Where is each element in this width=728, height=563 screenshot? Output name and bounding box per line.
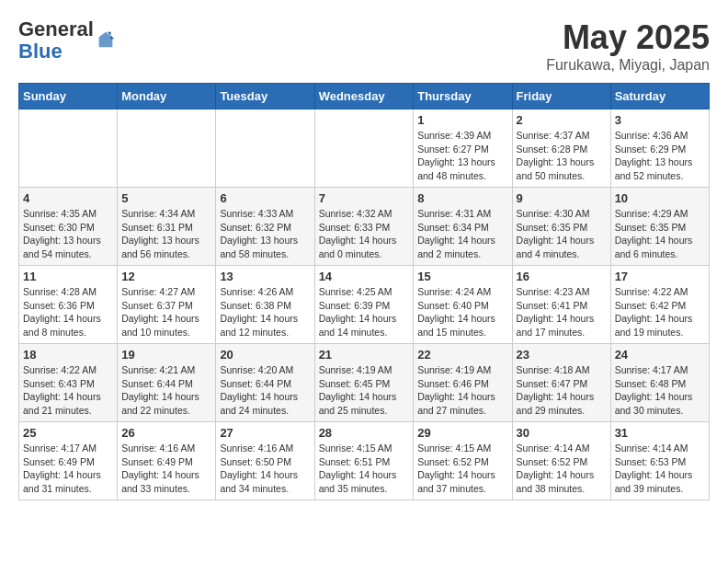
day-number: 28 <box>319 426 410 440</box>
location-subtitle: Furukawa, Miyagi, Japan <box>546 57 710 74</box>
day-info: Sunrise: 4:37 AM Sunset: 6:28 PM Dayligh… <box>517 129 607 183</box>
weekday-header-saturday: Saturday <box>610 84 709 109</box>
calendar-table: SundayMondayTuesdayWednesdayThursdayFrid… <box>18 83 710 500</box>
calendar-cell: 22Sunrise: 4:19 AM Sunset: 6:46 PM Dayli… <box>414 344 512 422</box>
day-info: Sunrise: 4:22 AM Sunset: 6:43 PM Dayligh… <box>23 363 113 418</box>
calendar-cell: 1Sunrise: 4:39 AM Sunset: 6:27 PM Daylig… <box>414 109 512 188</box>
day-info: Sunrise: 4:25 AM Sunset: 6:39 PM Dayligh… <box>319 285 410 339</box>
day-number: 26 <box>121 426 211 440</box>
day-number: 10 <box>615 191 705 205</box>
calendar-cell: 10Sunrise: 4:29 AM Sunset: 6:35 PM Dayli… <box>610 188 709 266</box>
calendar-cell: 20Sunrise: 4:20 AM Sunset: 6:44 PM Dayli… <box>216 344 314 422</box>
logo-general: General <box>18 17 94 40</box>
calendar-cell: 14Sunrise: 4:25 AM Sunset: 6:39 PM Dayli… <box>314 266 414 344</box>
day-number: 14 <box>319 270 410 283</box>
calendar-cell: 7Sunrise: 4:32 AM Sunset: 6:33 PM Daylig… <box>314 188 414 266</box>
day-info: Sunrise: 4:35 AM Sunset: 6:30 PM Dayligh… <box>23 207 113 261</box>
day-number: 19 <box>121 348 211 362</box>
calendar-cell: 6Sunrise: 4:33 AM Sunset: 6:32 PM Daylig… <box>216 188 314 266</box>
day-info: Sunrise: 4:19 AM Sunset: 6:45 PM Dayligh… <box>319 363 410 418</box>
day-info: Sunrise: 4:18 AM Sunset: 6:47 PM Dayligh… <box>517 363 607 418</box>
calendar-week-row: 1Sunrise: 4:39 AM Sunset: 6:27 PM Daylig… <box>19 109 710 188</box>
day-number: 30 <box>517 426 607 440</box>
day-number: 31 <box>615 426 705 440</box>
day-number: 11 <box>23 270 113 283</box>
day-info: Sunrise: 4:34 AM Sunset: 6:31 PM Dayligh… <box>121 207 211 261</box>
page-header: General Blue May 2025 Furukawa, Miyagi, … <box>18 18 710 74</box>
calendar-week-row: 11Sunrise: 4:28 AM Sunset: 6:36 PM Dayli… <box>19 266 710 344</box>
day-info: Sunrise: 4:24 AM Sunset: 6:40 PM Dayligh… <box>417 285 507 339</box>
logo-blue: Blue <box>18 40 63 63</box>
calendar-cell: 3Sunrise: 4:36 AM Sunset: 6:29 PM Daylig… <box>610 109 709 188</box>
calendar-cell: 30Sunrise: 4:14 AM Sunset: 6:52 PM Dayli… <box>512 422 610 500</box>
calendar-week-row: 18Sunrise: 4:22 AM Sunset: 6:43 PM Dayli… <box>19 344 710 422</box>
day-info: Sunrise: 4:23 AM Sunset: 6:41 PM Dayligh… <box>517 285 607 339</box>
calendar-cell: 23Sunrise: 4:18 AM Sunset: 6:47 PM Dayli… <box>512 344 610 422</box>
day-number: 3 <box>615 113 705 127</box>
day-number: 6 <box>220 191 310 205</box>
day-info: Sunrise: 4:17 AM Sunset: 6:48 PM Dayligh… <box>615 363 705 418</box>
weekday-header-sunday: Sunday <box>19 84 118 109</box>
day-info: Sunrise: 4:20 AM Sunset: 6:44 PM Dayligh… <box>220 363 310 418</box>
weekday-header-wednesday: Wednesday <box>314 84 414 109</box>
day-info: Sunrise: 4:16 AM Sunset: 6:49 PM Dayligh… <box>121 442 211 496</box>
calendar-cell: 24Sunrise: 4:17 AM Sunset: 6:48 PM Dayli… <box>610 344 709 422</box>
day-number: 8 <box>417 191 507 205</box>
day-number: 29 <box>417 426 507 440</box>
calendar-cell: 12Sunrise: 4:27 AM Sunset: 6:37 PM Dayli… <box>118 266 216 344</box>
day-number: 12 <box>121 270 211 283</box>
day-number: 25 <box>23 426 113 440</box>
day-number: 9 <box>517 191 607 205</box>
day-number: 20 <box>220 348 310 362</box>
day-info: Sunrise: 4:36 AM Sunset: 6:29 PM Dayligh… <box>615 129 705 183</box>
month-year-title: May 2025 <box>546 18 710 57</box>
day-number: 17 <box>615 270 705 283</box>
calendar-cell <box>19 109 118 188</box>
day-number: 18 <box>23 348 113 362</box>
calendar-cell: 5Sunrise: 4:34 AM Sunset: 6:31 PM Daylig… <box>118 188 216 266</box>
day-number: 21 <box>319 348 410 362</box>
day-info: Sunrise: 4:39 AM Sunset: 6:27 PM Dayligh… <box>417 129 507 183</box>
calendar-cell <box>314 109 414 188</box>
day-info: Sunrise: 4:16 AM Sunset: 6:50 PM Dayligh… <box>220 442 310 496</box>
calendar-cell: 17Sunrise: 4:22 AM Sunset: 6:42 PM Dayli… <box>610 266 709 344</box>
logo-icon <box>96 30 116 51</box>
day-info: Sunrise: 4:21 AM Sunset: 6:44 PM Dayligh… <box>121 363 211 418</box>
weekday-header-thursday: Thursday <box>414 84 512 109</box>
weekday-header-friday: Friday <box>512 84 610 109</box>
day-info: Sunrise: 4:32 AM Sunset: 6:33 PM Dayligh… <box>319 207 410 261</box>
day-number: 15 <box>417 270 507 283</box>
day-number: 23 <box>517 348 607 362</box>
calendar-cell <box>216 109 314 188</box>
weekday-header-row: SundayMondayTuesdayWednesdayThursdayFrid… <box>19 84 710 109</box>
day-number: 16 <box>517 270 607 283</box>
day-number: 7 <box>319 191 410 205</box>
day-number: 27 <box>220 426 310 440</box>
day-number: 24 <box>615 348 705 362</box>
day-info: Sunrise: 4:31 AM Sunset: 6:34 PM Dayligh… <box>417 207 507 261</box>
day-info: Sunrise: 4:17 AM Sunset: 6:49 PM Dayligh… <box>23 442 113 496</box>
title-section: May 2025 Furukawa, Miyagi, Japan <box>546 18 710 74</box>
calendar-cell: 8Sunrise: 4:31 AM Sunset: 6:34 PM Daylig… <box>414 188 512 266</box>
day-number: 5 <box>121 191 211 205</box>
calendar-cell: 11Sunrise: 4:28 AM Sunset: 6:36 PM Dayli… <box>19 266 118 344</box>
day-info: Sunrise: 4:14 AM Sunset: 6:52 PM Dayligh… <box>517 442 607 496</box>
day-info: Sunrise: 4:19 AM Sunset: 6:46 PM Dayligh… <box>417 363 507 418</box>
day-info: Sunrise: 4:14 AM Sunset: 6:53 PM Dayligh… <box>615 442 705 496</box>
day-info: Sunrise: 4:33 AM Sunset: 6:32 PM Dayligh… <box>220 207 310 261</box>
day-number: 13 <box>220 270 310 283</box>
day-info: Sunrise: 4:28 AM Sunset: 6:36 PM Dayligh… <box>23 285 113 339</box>
day-info: Sunrise: 4:29 AM Sunset: 6:35 PM Dayligh… <box>615 207 705 261</box>
calendar-cell: 26Sunrise: 4:16 AM Sunset: 6:49 PM Dayli… <box>118 422 216 500</box>
logo: General Blue <box>18 18 116 63</box>
day-info: Sunrise: 4:22 AM Sunset: 6:42 PM Dayligh… <box>615 285 705 339</box>
calendar-cell: 13Sunrise: 4:26 AM Sunset: 6:38 PM Dayli… <box>216 266 314 344</box>
day-info: Sunrise: 4:15 AM Sunset: 6:52 PM Dayligh… <box>417 442 507 496</box>
weekday-header-monday: Monday <box>118 84 216 109</box>
calendar-cell: 21Sunrise: 4:19 AM Sunset: 6:45 PM Dayli… <box>314 344 414 422</box>
calendar-cell: 4Sunrise: 4:35 AM Sunset: 6:30 PM Daylig… <box>19 188 118 266</box>
calendar-cell: 9Sunrise: 4:30 AM Sunset: 6:35 PM Daylig… <box>512 188 610 266</box>
day-info: Sunrise: 4:30 AM Sunset: 6:35 PM Dayligh… <box>517 207 607 261</box>
day-number: 2 <box>517 113 607 127</box>
calendar-cell: 28Sunrise: 4:15 AM Sunset: 6:51 PM Dayli… <box>314 422 414 500</box>
